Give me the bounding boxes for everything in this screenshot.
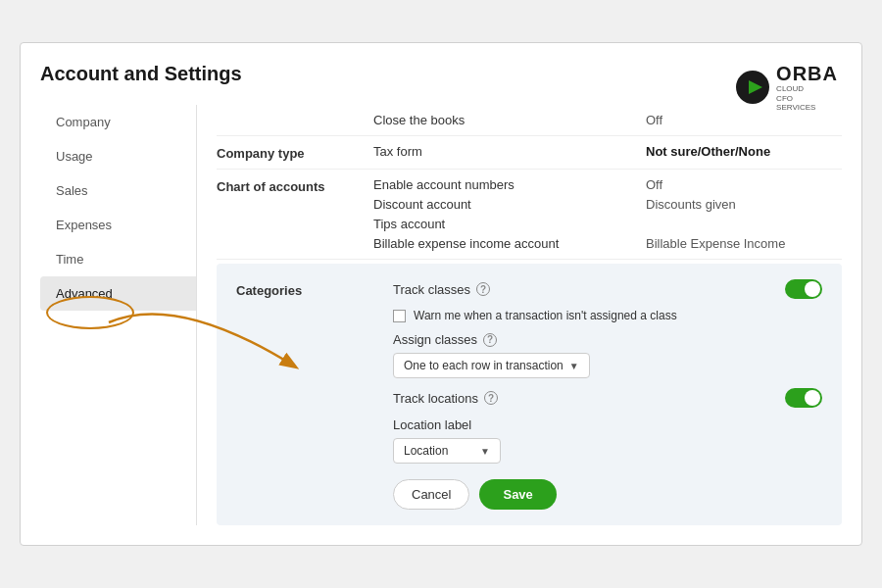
- main-content: Close the books Off Company type Tax for…: [197, 105, 842, 525]
- settings-container: Account and Settings ORBA CLOUD CFO SERV…: [20, 42, 862, 546]
- company-type-label: Company type: [217, 144, 373, 161]
- logo-brand: ORBA: [776, 63, 838, 84]
- warn-checkbox-label: Warn me when a transaction isn't assigne…: [414, 309, 677, 322]
- close-books-value: Off: [646, 113, 842, 127]
- buttons-row: Cancel Save: [393, 479, 822, 510]
- company-type-value: Not sure/Other/None: [646, 144, 842, 159]
- cancel-button[interactable]: Cancel: [393, 479, 469, 510]
- categories-label: Categories: [236, 279, 393, 298]
- chart-of-accounts-settings: Enable account numbers Off Discount acco…: [373, 177, 842, 251]
- warn-checkbox-row: Warn me when a transaction isn't assigne…: [393, 309, 822, 322]
- track-classes-label-group: Track classes ?: [393, 282, 490, 297]
- categories-content: Track classes ? Warn me when a transacti…: [393, 279, 822, 510]
- sidebar-item-advanced[interactable]: Advanced: [40, 276, 196, 311]
- chart-rows: Enable account numbers Off Discount acco…: [373, 177, 842, 251]
- sidebar-item-sales[interactable]: Sales: [40, 173, 196, 208]
- track-locations-label: Track locations: [393, 391, 478, 406]
- track-locations-label-group: Track locations ?: [393, 391, 498, 406]
- track-classes-help-icon[interactable]: ?: [476, 282, 490, 296]
- assign-classes-dropdown[interactable]: One to each row in transaction ▼: [393, 353, 590, 378]
- close-books-label-empty: [217, 113, 373, 115]
- track-locations-toggle[interactable]: [785, 388, 822, 408]
- company-type-row: Company type Tax form Not sure/Other/Non…: [217, 136, 842, 170]
- assign-classes-value: One to each row in transaction: [404, 359, 564, 372]
- location-dropdown[interactable]: Location ▼: [393, 438, 501, 464]
- categories-inner: Categories Track classes ?: [236, 279, 822, 510]
- sidebar: Company Usage Sales Expenses Time Advanc…: [40, 105, 197, 525]
- orba-logo-icon: [735, 70, 770, 105]
- track-locations-row: Track locations ?: [393, 388, 822, 408]
- categories-section: Categories Track classes ?: [217, 264, 842, 525]
- close-books-setting: Close the books: [373, 113, 646, 127]
- chart-of-accounts-label: Chart of accounts: [217, 177, 373, 194]
- sidebar-item-usage[interactable]: Usage: [40, 139, 196, 173]
- assign-classes-label: Assign classes: [393, 332, 477, 347]
- assign-classes-label-group: Assign classes ?: [393, 332, 822, 347]
- chart-of-accounts-row: Chart of accounts Enable account numbers…: [217, 170, 842, 260]
- chart-row-1: Discount account Discounts given: [373, 197, 842, 212]
- assign-classes-help-icon[interactable]: ?: [483, 333, 497, 347]
- location-arrow-icon: ▼: [480, 446, 490, 457]
- company-type-setting: Tax form: [373, 144, 646, 159]
- assign-classes-arrow-icon: ▼: [569, 361, 579, 371]
- logo-text: ORBA CLOUD CFO SERVICES: [776, 63, 838, 113]
- save-button[interactable]: Save: [479, 479, 556, 510]
- sidebar-item-expenses[interactable]: Expenses: [40, 208, 196, 242]
- track-classes-row: Track classes ?: [393, 279, 822, 299]
- location-label-section: Location label Location ▼: [393, 417, 822, 464]
- track-classes-toggle[interactable]: [785, 279, 822, 299]
- page-title: Account and Settings: [40, 63, 842, 85]
- sidebar-item-time[interactable]: Time: [40, 242, 196, 276]
- sidebar-item-company[interactable]: Company: [40, 105, 196, 139]
- location-value: Location: [404, 444, 448, 458]
- chart-row-0: Enable account numbers Off: [373, 177, 842, 192]
- content-wrapper: Company Usage Sales Expenses Time Advanc…: [40, 105, 842, 525]
- chart-row-2: Tips account: [373, 217, 842, 231]
- location-label-title: Location label: [393, 417, 822, 432]
- logo-sub: CLOUD CFO SERVICES: [776, 84, 838, 113]
- logo-area: ORBA CLOUD CFO SERVICES: [735, 63, 838, 113]
- track-classes-label: Track classes: [393, 282, 470, 297]
- track-locations-help-icon[interactable]: ?: [484, 391, 498, 405]
- chart-row-3: Billable expense income account Billable…: [373, 236, 842, 251]
- warn-checkbox[interactable]: [393, 310, 406, 322]
- assign-classes-row: Assign classes ? One to each row in tran…: [393, 332, 822, 378]
